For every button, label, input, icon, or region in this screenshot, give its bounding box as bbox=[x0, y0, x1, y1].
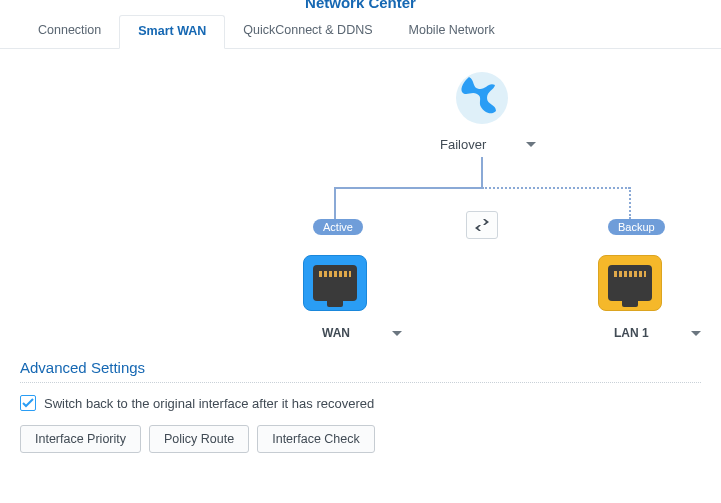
tab-mobile-network[interactable]: Mobile Network bbox=[391, 15, 513, 48]
chevron-down-icon bbox=[526, 142, 536, 147]
connector-line-dashed bbox=[629, 187, 631, 219]
switch-back-label: Switch back to the original interface af… bbox=[44, 396, 374, 411]
ethernet-port-icon bbox=[608, 265, 652, 301]
failover-mode-selector[interactable]: Failover bbox=[440, 137, 536, 152]
backup-badge: Backup bbox=[608, 219, 665, 235]
switch-back-option: Switch back to the original interface af… bbox=[20, 395, 701, 411]
advanced-settings-title: Advanced Settings bbox=[20, 359, 701, 383]
active-badge: Active bbox=[313, 219, 363, 235]
swap-icon bbox=[474, 219, 490, 231]
policy-route-button[interactable]: Policy Route bbox=[149, 425, 249, 453]
advanced-settings-section: Advanced Settings Switch back to the ori… bbox=[0, 359, 721, 453]
connector-line bbox=[334, 187, 482, 189]
failover-mode-label: Failover bbox=[440, 137, 486, 152]
advanced-buttons-row: Interface Priority Policy Route Interfac… bbox=[20, 425, 701, 453]
checkmark-icon bbox=[22, 397, 34, 409]
wan-interface-selector[interactable]: WAN bbox=[322, 326, 402, 340]
chevron-down-icon bbox=[691, 331, 701, 336]
wan-port-card[interactable] bbox=[303, 255, 367, 311]
connector-line-dashed bbox=[482, 187, 630, 189]
tab-bar: Connection Smart WAN QuickConnect & DDNS… bbox=[0, 15, 721, 49]
chevron-down-icon bbox=[392, 331, 402, 336]
swap-interfaces-button[interactable] bbox=[466, 211, 498, 239]
tab-connection[interactable]: Connection bbox=[20, 15, 119, 48]
tab-smart-wan[interactable]: Smart WAN bbox=[119, 15, 225, 49]
page-title: Network Center bbox=[0, 0, 721, 15]
tab-quickconnect-ddns[interactable]: QuickConnect & DDNS bbox=[225, 15, 390, 48]
interface-priority-button[interactable]: Interface Priority bbox=[20, 425, 141, 453]
wan-label: WAN bbox=[322, 326, 350, 340]
lan-label: LAN 1 bbox=[614, 326, 649, 340]
lan-interface-selector[interactable]: LAN 1 bbox=[614, 326, 701, 340]
smart-wan-diagram: Failover Active Backup WAN LAN 1 bbox=[0, 49, 721, 359]
interface-check-button[interactable]: Interface Check bbox=[257, 425, 375, 453]
lan-port-card[interactable] bbox=[598, 255, 662, 311]
globe-icon bbox=[455, 71, 509, 125]
connector-line bbox=[334, 187, 336, 219]
ethernet-port-icon bbox=[313, 265, 357, 301]
switch-back-checkbox[interactable] bbox=[20, 395, 36, 411]
connector-line bbox=[481, 157, 483, 187]
